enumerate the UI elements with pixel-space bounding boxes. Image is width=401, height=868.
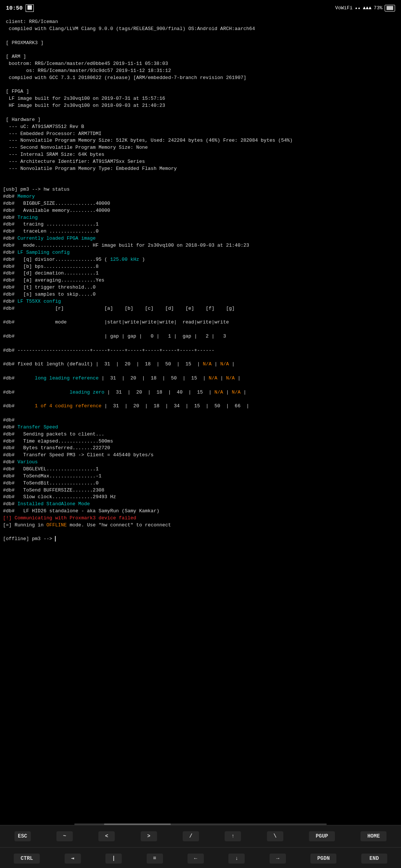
key-equals[interactable]: = xyxy=(147,854,163,864)
key-left[interactable]: ← xyxy=(188,854,204,864)
battery-icon: ▓▓▓ xyxy=(385,5,395,11)
key-esc[interactable]: ESC xyxy=(14,831,31,842)
key-backslash[interactable]: \ xyxy=(267,831,283,842)
key-tab[interactable]: ⇥ xyxy=(65,854,81,864)
key-pipe[interactable]: | xyxy=(105,854,122,864)
battery-label: 73% xyxy=(374,5,382,11)
signal-icon: ▲▲▲ xyxy=(363,5,371,11)
key-right[interactable]: → xyxy=(270,854,286,864)
key-less[interactable]: < xyxy=(98,831,115,842)
key-slash[interactable]: / xyxy=(183,831,199,842)
scrollbar-track[interactable] xyxy=(74,823,327,825)
key-tilde[interactable]: ~ xyxy=(56,831,73,842)
screen-icon: ⬜ xyxy=(26,4,34,11)
key-pgdn[interactable]: PGDN xyxy=(310,854,336,864)
key-ctrl[interactable]: CTRL xyxy=(14,854,40,864)
key-pgup[interactable]: PGUP xyxy=(309,831,335,842)
time: 10:50 xyxy=(6,4,23,12)
vowifi-label: VoWiFi xyxy=(335,5,353,11)
keyboard-row2: CTRL ⇥ | = ← ↓ → PGDN END xyxy=(0,847,401,868)
keyboard-row1: ESC ~ < > / ↑ \ PGUP HOME xyxy=(0,825,401,847)
wifi-icon: ▴▴ xyxy=(355,5,361,11)
status-bar: 10:50 ⬜ VoWiFi ▴▴ ▲▲▲ 73% ▓▓▓ xyxy=(0,0,401,16)
key-up[interactable]: ↑ xyxy=(225,831,241,842)
key-down[interactable]: ↓ xyxy=(228,854,245,864)
terminal-area[interactable]: client: RRG/Iceman compiled with Clang/L… xyxy=(0,16,401,823)
key-end[interactable]: END xyxy=(361,854,387,864)
key-greater[interactable]: > xyxy=(141,831,157,842)
key-home[interactable]: HOME xyxy=(361,831,387,842)
scrollbar-thumb xyxy=(104,823,171,825)
